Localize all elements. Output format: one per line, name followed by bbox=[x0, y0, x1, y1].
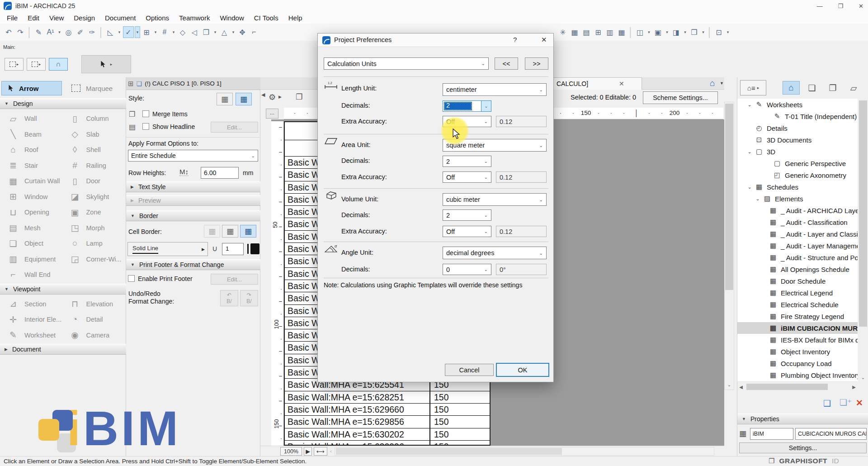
merge-items-checkbox[interactable] bbox=[142, 110, 149, 117]
tool-item[interactable]: ◉ Camera bbox=[65, 328, 127, 343]
length-unit-select[interactable]: centimeter⌄ bbox=[443, 83, 547, 96]
apply-format-select[interactable]: Entire Schedule ⌄ bbox=[128, 150, 258, 162]
undo-format-button[interactable]: ↶B/ bbox=[220, 290, 238, 306]
syringe-icon[interactable]: ✑ bbox=[87, 26, 98, 38]
navigator-item[interactable]: ⌄ ✎ Worksheets bbox=[737, 99, 858, 110]
angle-decimals-select[interactable]: 0⌄ bbox=[443, 264, 491, 275]
close-button[interactable]: ✕ bbox=[859, 3, 863, 10]
border-section-header[interactable]: ▼ Border bbox=[126, 210, 260, 221]
style-compact-button[interactable]: ▦ bbox=[217, 93, 233, 105]
inject-parameters-icon[interactable]: ✐ bbox=[75, 26, 86, 38]
table-row[interactable]: Basic Wall:MHA e=15:629660 150 bbox=[285, 404, 490, 416]
cancel-button[interactable]: Cancel bbox=[445, 364, 494, 376]
tool-item[interactable]: ▱ Wall bbox=[3, 111, 65, 127]
menu-item[interactable]: Options bbox=[141, 14, 174, 22]
navigator-item[interactable]: ▦ _ Audit - ARCHICAD Layer bbox=[737, 204, 858, 216]
fit-icon[interactable]: ❐ bbox=[296, 92, 302, 102]
undo-icon[interactable]: ↶ bbox=[3, 26, 14, 38]
layout-book-button[interactable]: ❐ bbox=[824, 81, 841, 95]
pen-color-swatch[interactable] bbox=[250, 243, 259, 254]
previous-page-button[interactable]: << bbox=[495, 57, 518, 70]
tool-item[interactable]: ○ Lamp bbox=[65, 236, 127, 252]
navigator-item[interactable]: ▦ _ Audit - Structure and Position bbox=[737, 252, 858, 263]
property-name-input[interactable]: CUBICACION MUROS CALCULO bbox=[795, 428, 867, 440]
expander-icon[interactable]: ⌄ bbox=[745, 184, 754, 190]
navigator-item[interactable]: ⊡ 3D Documents bbox=[737, 134, 858, 146]
navigator-item[interactable]: ▦ IES-BX Default for BIMx output bbox=[737, 334, 858, 346]
tab-close-icon[interactable]: ✕ bbox=[619, 80, 624, 87]
expander-icon[interactable]: ⌄ bbox=[754, 196, 762, 202]
tool-item[interactable]: ▦ Curtain Wall bbox=[3, 173, 65, 189]
add-view-icon[interactable]: ❏⁺ bbox=[840, 397, 852, 408]
tool-item[interactable]: ⊓ Elevation bbox=[65, 296, 127, 312]
snap-guides-options-icon[interactable]: ▾ bbox=[135, 26, 140, 38]
menu-item[interactable]: Document bbox=[100, 14, 141, 22]
line-type-select[interactable]: Solid Line ▶ bbox=[127, 242, 208, 256]
headline-edit-button[interactable]: Edit... bbox=[211, 122, 258, 133]
tool-item[interactable]: ▯ Door bbox=[65, 173, 127, 189]
area-extra-select[interactable]: Off⌄ bbox=[443, 171, 491, 183]
settings-button[interactable]: Settings... bbox=[739, 442, 867, 453]
tool-item[interactable]: ⊞ Window bbox=[3, 189, 65, 205]
scroll-down-icon[interactable]: ⌄ bbox=[724, 382, 734, 390]
pen-weight-input[interactable]: 1 bbox=[222, 243, 244, 255]
tool-item[interactable]: ◇ Slab bbox=[65, 127, 127, 143]
expander-icon[interactable]: ⌄ bbox=[745, 102, 754, 108]
annotate-icon[interactable]: ✎ bbox=[33, 26, 44, 38]
home-view-icon[interactable]: ⌂ bbox=[710, 78, 715, 88]
length-decimals-select[interactable]: 2 ⌄ bbox=[443, 100, 491, 112]
cell-border-horizontal-button[interactable]: ▦ bbox=[222, 225, 238, 238]
arrow-tool-button[interactable]: Arrow bbox=[1, 81, 62, 95]
navigator-item[interactable]: ▦ Fire Strategy Legend bbox=[737, 310, 858, 322]
scroll-right-icon[interactable]: ▶ bbox=[850, 385, 858, 390]
list-icon[interactable]: ▤ bbox=[581, 26, 592, 38]
table-icon[interactable]: ▦ bbox=[616, 26, 627, 38]
menu-item[interactable]: File bbox=[2, 14, 23, 22]
navigator-item[interactable]: ✎ T-01 Title (Independent) bbox=[737, 110, 858, 122]
views-icon[interactable]: ◨ bbox=[671, 26, 682, 38]
navigator-item[interactable]: ▦ All Openings Schedule bbox=[737, 263, 858, 275]
guide-lines-icon[interactable]: ◺ bbox=[105, 26, 116, 38]
navigator-item[interactable]: ▦ Electrical Schedule bbox=[737, 299, 858, 310]
index-icon[interactable]: ⊞ bbox=[593, 26, 604, 38]
print-footer-section-header[interactable]: ▼ Print Footer & Format Change bbox=[126, 259, 260, 270]
menu-item[interactable]: Teamwork bbox=[174, 14, 215, 22]
dialog-title-bar[interactable]: Project Preferences ? ✕ bbox=[318, 33, 553, 47]
grid-snap-icon[interactable]: # bbox=[159, 26, 170, 38]
table-row[interactable]: Basic Wall:MHA e=15:628251 150 bbox=[285, 391, 490, 404]
navigator-item[interactable]: ⌄ ▦ Schedules bbox=[737, 181, 858, 193]
favorites-icon[interactable]: ✳ bbox=[557, 26, 568, 38]
navigator-item[interactable]: ▢ Generic Perspective bbox=[737, 157, 858, 169]
tool-item[interactable]: ⊿ Section bbox=[3, 296, 65, 312]
viewpoint-section-header[interactable]: ▼ Viewpoint bbox=[0, 284, 126, 295]
navigator-item[interactable]: ▦ iBIM CUBICACION MUROS CALCULO bbox=[737, 322, 858, 334]
preview-section-header[interactable]: ▶ Preview bbox=[126, 195, 260, 206]
chevron-down-icon[interactable]: ▼ bbox=[720, 81, 724, 86]
tree-horizontal-scrollbar[interactable]: ◀ ▶ bbox=[737, 383, 858, 391]
cell-border-none-button[interactable]: ▦ bbox=[204, 225, 220, 238]
area-decimals-select[interactable]: 2⌄ bbox=[443, 156, 491, 167]
tool-item[interactable]: ▯ Column bbox=[65, 111, 127, 127]
navigator-item[interactable]: ◰ Generic Axonometry bbox=[737, 169, 858, 181]
navigator-item[interactable]: ▦ _ Audit - Layer Management bbox=[737, 240, 858, 252]
tool-item[interactable]: ▤ Mesh bbox=[3, 220, 65, 236]
delete-icon[interactable]: ✕ bbox=[856, 398, 863, 408]
gear-icon[interactable]: ⚙ bbox=[269, 92, 276, 102]
navigator-item[interactable]: ▦ Object Inventory bbox=[737, 346, 858, 357]
project-map-button[interactable]: ⌂ bbox=[783, 81, 800, 95]
menu-item[interactable]: Help bbox=[283, 14, 307, 22]
organizer-icon[interactable]: ❒ bbox=[689, 26, 700, 38]
gravity-icon[interactable]: △ bbox=[219, 26, 230, 38]
navigator-item[interactable]: ◴ Details bbox=[737, 122, 858, 134]
zoom-level-button[interactable]: 100% bbox=[280, 447, 302, 456]
tool-item[interactable]: ❏ Object bbox=[3, 236, 65, 252]
graphisoft-id[interactable]: ❐ GRAPHISOFT ID bbox=[769, 456, 839, 466]
tool-item[interactable] bbox=[65, 267, 127, 283]
redo-icon[interactable]: ↷ bbox=[15, 26, 26, 38]
snap-guides-icon[interactable]: ✓ bbox=[123, 26, 134, 38]
schedule-tab-header[interactable]: ⊞ ❏ (!) CALC PISO 1 [0. PISO 1] bbox=[126, 77, 260, 90]
tool-item[interactable]: ◳ Morph bbox=[65, 220, 127, 236]
row-height-input[interactable]: 6.00 bbox=[201, 167, 239, 179]
arrow-tool-panel[interactable]: ▸ bbox=[81, 55, 131, 73]
table-row[interactable]: Basic Wall:MHA e=15:630202 150 bbox=[285, 428, 490, 441]
